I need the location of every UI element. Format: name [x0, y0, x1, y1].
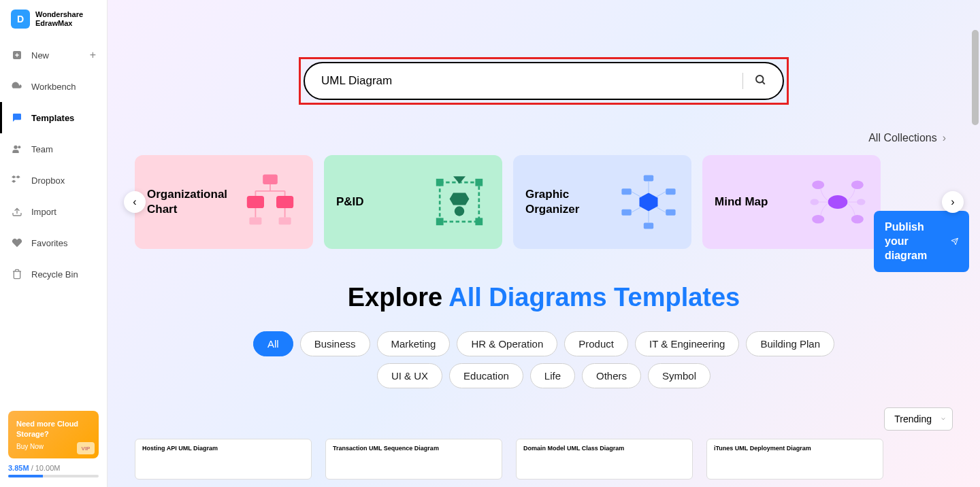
scrollbar-thumb[interactable] [972, 30, 979, 125]
sidebar-item-new[interactable]: New+ [0, 39, 107, 71]
svg-rect-9 [276, 196, 293, 208]
svg-point-40 [811, 199, 819, 205]
all-collections-link[interactable]: All Collections [868, 132, 936, 144]
dropbox-icon [11, 174, 23, 186]
svg-point-23 [455, 206, 464, 216]
pill-others[interactable]: Others [582, 363, 641, 388]
cards-prev-button[interactable]: ‹ [124, 191, 146, 213]
brand-logo-icon: D [11, 10, 30, 29]
template-card[interactable]: iTunes UML Deployment Diagram [706, 439, 883, 480]
search-button[interactable] [754, 73, 766, 88]
svg-rect-19 [436, 179, 444, 186]
svg-point-39 [851, 181, 864, 190]
storage-total: 10.00M [35, 464, 61, 472]
card-title: P&ID [336, 195, 364, 209]
pill-all[interactable]: All [253, 331, 293, 356]
storage-used: 3.85M [8, 464, 29, 472]
sidebar-item-label: Workbench [31, 82, 76, 92]
sidebar-item-templates[interactable]: Templates [0, 102, 107, 133]
template-card[interactable]: Hosting API UML Diagram [135, 439, 312, 480]
category-card-pid[interactable]: P&ID [324, 155, 502, 249]
card-illustration [618, 171, 679, 233]
pill-hr-operation[interactable]: HR & Operation [457, 331, 557, 356]
chevron-right-icon: › [943, 132, 946, 144]
svg-rect-26 [644, 223, 653, 229]
svg-point-43 [851, 215, 864, 224]
pill-building-plan[interactable]: Building Plan [746, 331, 834, 356]
brand-name: Wondershare EdrawMax [35, 10, 83, 28]
card-illustration [429, 171, 490, 233]
svg-line-35 [632, 207, 641, 212]
pill-marketing[interactable]: Marketing [377, 331, 451, 356]
svg-point-38 [812, 181, 824, 190]
search-box[interactable] [304, 62, 784, 100]
category-card-mind[interactable]: Mind Map [702, 155, 881, 249]
collections-row: All Collections › [135, 132, 953, 144]
publish-diagram-button[interactable]: Publish your diagram [874, 211, 969, 272]
category-card-org[interactable]: Organizational Chart [135, 155, 313, 249]
svg-rect-11 [279, 218, 291, 225]
main-content: All Collections › ‹ Organizational Chart… [108, 0, 980, 487]
svg-point-41 [857, 199, 866, 205]
sidebar-item-label: Recycle Bin [31, 269, 78, 280]
trash-icon [11, 268, 23, 280]
pill-symbol[interactable]: Symbol [648, 363, 710, 388]
vip-badge: VIP [77, 442, 95, 454]
storage-promo-title: Need more Cloud Storage? [16, 419, 91, 439]
svg-rect-30 [666, 209, 675, 216]
sidebar-item-import[interactable]: Import [0, 196, 107, 227]
svg-rect-29 [621, 209, 631, 216]
sidebar-item-dropbox[interactable]: Dropbox [0, 165, 107, 196]
heart-icon [11, 237, 23, 249]
cards-next-button[interactable]: › [942, 191, 964, 213]
template-card[interactable]: Domain Model UML Class Diagram [516, 439, 693, 480]
sidebar-item-label: Templates [31, 113, 74, 123]
users-icon [11, 143, 23, 155]
pill-life[interactable]: Life [530, 363, 575, 388]
search-highlight-box [299, 57, 789, 105]
card-illustration [240, 171, 301, 233]
svg-point-5 [756, 75, 764, 83]
sidebar-item-label: Favorites [31, 238, 67, 248]
sidebar-item-workbench[interactable]: Workbench [0, 71, 107, 102]
storage-bar [8, 475, 99, 477]
svg-point-37 [828, 195, 848, 209]
brand-logo[interactable]: D Wondershare EdrawMax [0, 10, 107, 39]
card-title: Graphic Organizer [525, 187, 579, 217]
message-square-icon [11, 112, 23, 124]
pill-education[interactable]: Education [449, 363, 523, 388]
category-card-graphic[interactable]: Graphic Organizer [513, 155, 691, 249]
svg-rect-27 [621, 188, 631, 195]
pill-ui-ux[interactable]: UI & UX [377, 363, 442, 388]
sidebar-item-recycle-bin[interactable]: Recycle Bin [0, 258, 107, 290]
svg-rect-8 [247, 196, 264, 208]
upload-icon [11, 205, 23, 218]
pill-it-engineering[interactable]: IT & Engineering [635, 331, 739, 356]
card-title: Organizational Chart [147, 187, 227, 217]
sidebar-item-favorites[interactable]: Favorites [0, 227, 107, 258]
category-cards-row: ‹ Organizational ChartP&IDGraphic Organi… [135, 155, 953, 249]
sidebar: D Wondershare EdrawMax New+WorkbenchTemp… [0, 0, 108, 487]
sidebar-item-team[interactable]: Team [0, 133, 107, 165]
svg-rect-20 [475, 179, 483, 186]
sidebar-item-label: Team [31, 144, 53, 154]
pill-business[interactable]: Business [300, 331, 370, 356]
svg-rect-7 [263, 175, 278, 184]
sidebar-item-label: Import [31, 207, 56, 217]
svg-marker-24 [640, 193, 658, 212]
svg-rect-21 [436, 218, 444, 225]
sidebar-item-label: New [31, 50, 49, 61]
sort-dropdown[interactable]: Trending ⌵ [884, 407, 953, 431]
sidebar-item-label: Dropbox [31, 175, 65, 186]
template-card[interactable]: Transaction UML Sequence Diagram [325, 439, 502, 480]
plus-icon[interactable]: + [90, 49, 96, 61]
storage-promo[interactable]: Need more Cloud Storage? Buy Now VIP [8, 411, 99, 458]
templates-grid: Hosting API UML DiagramTransaction UML S… [135, 439, 953, 480]
sort-row: Trending ⌵ [135, 407, 953, 431]
svg-rect-28 [666, 188, 675, 195]
cloud-icon [11, 80, 23, 93]
send-icon [951, 234, 958, 249]
card-illustration [807, 171, 868, 233]
search-input[interactable] [321, 74, 732, 88]
pill-product[interactable]: Product [564, 331, 628, 356]
